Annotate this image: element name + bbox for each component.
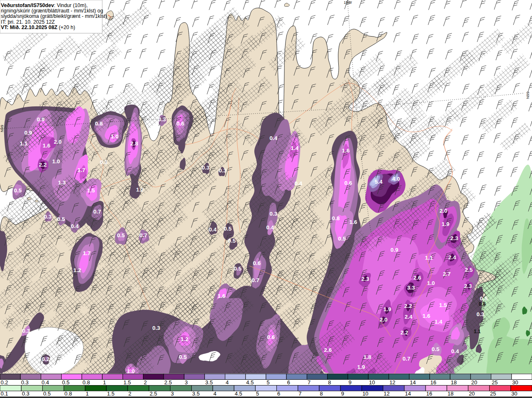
svg-text:0.4: 0.4	[71, 223, 79, 229]
svg-text:1.6: 1.6	[350, 219, 357, 225]
svg-text:N99: N99	[0, 125, 4, 132]
svg-text:0.2: 0.2	[42, 356, 50, 362]
svg-text:16: 16	[430, 379, 436, 386]
svg-text:1: 1	[86, 391, 89, 397]
svg-text:0.4: 0.4	[270, 135, 278, 141]
svg-text:0.8: 0.8	[479, 301, 486, 307]
svg-text:18: 18	[451, 379, 457, 386]
svg-text:18: 18	[448, 391, 453, 397]
svg-text:1.6: 1.6	[342, 147, 350, 154]
svg-text:5: 5	[256, 391, 259, 397]
svg-text:0.3: 0.3	[22, 328, 30, 334]
svg-text:0.4: 0.4	[42, 379, 49, 386]
svg-text:1.0: 1.0	[111, 133, 119, 140]
svg-text:1.5: 1.5	[439, 302, 447, 308]
svg-text:4.5: 4.5	[246, 379, 254, 386]
svg-text:0.5: 0.5	[432, 346, 440, 352]
svg-text:16: 16	[426, 391, 432, 397]
svg-text:0.7: 0.7	[94, 209, 101, 215]
svg-text:0.6: 0.6	[345, 180, 352, 186]
svg-text:0.5: 0.5	[179, 354, 187, 360]
svg-text:1: 1	[103, 379, 106, 386]
svg-text:0.3: 0.3	[21, 379, 29, 386]
svg-text:0.9: 0.9	[37, 116, 45, 123]
svg-text:0.6: 0.6	[177, 120, 185, 127]
svg-text:Veðurstofan/IS750dev: Vindur (: Veðurstofan/IS750dev: Vindur (10m),	[1, 2, 88, 8]
svg-text:0.4: 0.4	[451, 348, 459, 354]
svg-text:2.4: 2.4	[405, 314, 413, 320]
svg-text:1.7: 1.7	[83, 250, 91, 256]
svg-text:0.1: 0.1	[1, 391, 8, 397]
svg-text:0.3: 0.3	[22, 391, 30, 397]
svg-text:0.3: 0.3	[219, 167, 227, 174]
svg-text:2.0: 2.0	[380, 317, 388, 323]
svg-text:1.9: 1.9	[384, 306, 392, 312]
svg-text:1.5: 1.5	[107, 391, 115, 397]
svg-text:2.7: 2.7	[443, 271, 451, 277]
svg-text:8: 8	[320, 391, 323, 397]
svg-text:0.5: 0.5	[338, 236, 346, 242]
svg-text:0.5: 0.5	[228, 238, 236, 244]
svg-text:5.4: 5.4	[375, 179, 383, 185]
svg-text:0.3: 0.3	[477, 311, 485, 317]
svg-text:20: 20	[471, 379, 477, 386]
svg-text:0.4: 0.4	[209, 226, 217, 233]
svg-text:0.6: 0.6	[267, 334, 275, 340]
svg-text:1.2: 1.2	[181, 336, 189, 342]
svg-text:0.5: 0.5	[117, 232, 125, 238]
svg-text:12: 12	[389, 379, 395, 386]
svg-text:1.5: 1.5	[87, 187, 95, 194]
svg-text:0.3: 0.3	[202, 165, 210, 171]
svg-text:1.1: 1.1	[474, 329, 481, 334]
svg-text:0.4: 0.4	[295, 180, 303, 187]
svg-text:2.6: 2.6	[324, 347, 332, 353]
svg-text:4.0: 4.0	[392, 176, 400, 182]
svg-text:4: 4	[226, 379, 229, 386]
svg-text:1.0: 1.0	[127, 368, 135, 374]
svg-text:VT: Mið. 22.10.2025 08Z (+20 h: VT: Mið. 22.10.2025 08Z (+20 h)	[1, 25, 75, 30]
svg-text:2.5: 2.5	[164, 379, 172, 386]
svg-text:14: 14	[410, 379, 416, 386]
svg-text:1.5: 1.5	[123, 379, 131, 386]
svg-text:1.6: 1.6	[423, 313, 431, 319]
svg-text:7: 7	[308, 379, 310, 386]
svg-text:4.5: 4.5	[235, 391, 242, 397]
svg-text:2.3: 2.3	[464, 283, 472, 289]
svg-text:25: 25	[490, 391, 496, 397]
svg-text:N99: N99	[525, 92, 530, 99]
svg-text:1.2: 1.2	[136, 187, 144, 193]
svg-text:0.5: 0.5	[480, 295, 488, 302]
svg-text:2.2: 2.2	[39, 162, 47, 168]
svg-text:30: 30	[511, 391, 517, 397]
svg-text:0.5: 0.5	[224, 226, 232, 232]
svg-text:0.5: 0.5	[14, 187, 22, 194]
svg-text:3.5: 3.5	[192, 391, 200, 397]
svg-text:2.2: 2.2	[404, 303, 412, 309]
svg-text:2.2: 2.2	[401, 329, 409, 336]
svg-text:1.4: 1.4	[291, 145, 299, 151]
svg-text:slydda/snjókoma (grátt/bleikt/: slydda/snjókoma (grátt/bleikt/grænt - mm…	[1, 13, 107, 19]
svg-text:0.7: 0.7	[140, 232, 148, 238]
svg-text:IT: þri. 21. 10. 2025 12Z: IT: þri. 21. 10. 2025 12Z	[1, 19, 55, 25]
svg-text:1.8: 1.8	[364, 354, 372, 360]
svg-text:0.5: 0.5	[57, 216, 65, 222]
svg-text:7: 7	[298, 391, 301, 397]
svg-text:4: 4	[214, 391, 217, 397]
svg-text:0.5: 0.5	[234, 265, 242, 272]
svg-text:9: 9	[348, 379, 351, 386]
svg-text:8: 8	[328, 379, 331, 386]
svg-text:0.8: 0.8	[332, 215, 340, 221]
svg-text:2.8: 2.8	[131, 140, 138, 147]
svg-text:0.4: 0.4	[266, 224, 274, 231]
svg-text:6: 6	[287, 379, 290, 386]
svg-text:0.2: 0.2	[1, 379, 8, 386]
svg-text:1.4: 1.4	[435, 319, 443, 325]
svg-text:1.0: 1.0	[427, 280, 435, 286]
svg-text:3: 3	[171, 391, 174, 397]
svg-text:0.8: 0.8	[95, 120, 103, 127]
svg-text:1.7: 1.7	[78, 167, 86, 173]
svg-text:2.3: 2.3	[451, 235, 458, 241]
svg-text:3.3: 3.3	[407, 285, 415, 291]
svg-text:0.8: 0.8	[82, 379, 90, 386]
svg-text:0.8: 0.8	[64, 391, 72, 397]
